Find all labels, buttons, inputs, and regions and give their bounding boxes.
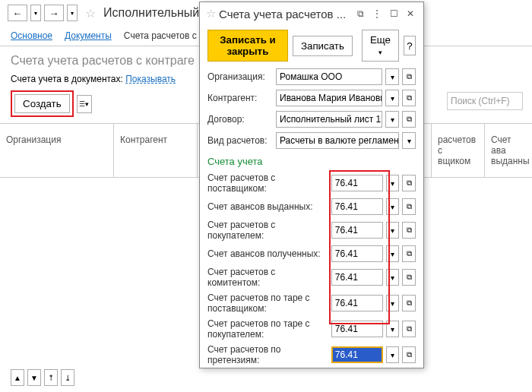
- section-accounts: Счета учета: [200, 151, 423, 170]
- account-row-dd[interactable]: ▾: [386, 295, 400, 311]
- dd-contractor[interactable]: ▾: [385, 90, 399, 106]
- account-row-open[interactable]: ⧉: [402, 269, 416, 286]
- account-row-value[interactable]: 76.41: [331, 295, 383, 311]
- highlight-create: Создать: [11, 90, 74, 117]
- account-row-dd[interactable]: ▾: [386, 245, 400, 262]
- account-row-label: Счет расчетов по претензиям:: [207, 344, 328, 365]
- account-row-open[interactable]: ⧉: [402, 321, 416, 337]
- account-row: Счет расчетов по таре с поставщиком:76.4…: [200, 290, 423, 316]
- grid-col-acc2: Счет ава выданны: [485, 124, 532, 177]
- dialog-star-icon[interactable]: ☆: [206, 7, 216, 21]
- account-row: Счет расчетов по претензиям:76.41▾⧉: [200, 342, 423, 368]
- account-row: Счет авансов полученных:76.41▾⧉: [200, 243, 423, 264]
- grid-scroll-bottom[interactable]: ⤓: [61, 369, 74, 386]
- dialog-max-icon[interactable]: ☐: [387, 7, 401, 21]
- save-button[interactable]: Записать: [293, 36, 353, 56]
- doc-accounts-label: Счета учета в документах:: [11, 74, 123, 84]
- account-row-open[interactable]: ⧉: [402, 346, 416, 363]
- dialog-link-icon[interactable]: ⧉: [353, 7, 367, 21]
- label-contract: Договор:: [207, 114, 273, 125]
- input-contractor[interactable]: Иванова Мария Ивановна: [276, 90, 382, 106]
- label-org: Организация:: [207, 71, 273, 82]
- account-row-value[interactable]: 76.41: [331, 346, 383, 363]
- account-row: Счет расчетов с покупателем:76.41▾⧉: [200, 217, 423, 243]
- grid-scroll-up[interactable]: ▲: [11, 369, 24, 386]
- account-row: Счет расчетов с комитентом:76.41▾⧉: [200, 264, 423, 290]
- search-input[interactable]: Поиск (Ctrl+F): [447, 92, 523, 110]
- tab-accounts[interactable]: Счета расчетов с: [124, 30, 197, 41]
- account-row-label: Счет авансов выданных:: [207, 201, 328, 212]
- grid-scroll-top[interactable]: ⤒: [44, 369, 58, 386]
- account-row: Счет расчетов по таре с покупателем:76.4…: [200, 316, 423, 342]
- account-row-label: Счет расчетов по таре с поставщиком:: [207, 292, 328, 314]
- account-row-label: Счет расчетов с поставщиком:: [207, 172, 328, 194]
- account-row-label: Счет расчетов с покупателем:: [207, 220, 328, 241]
- open-contract[interactable]: ⧉: [402, 111, 416, 128]
- account-row-value[interactable]: 76.41: [331, 269, 383, 286]
- account-row-dd[interactable]: ▾: [386, 175, 400, 191]
- doc-accounts-link[interactable]: Показывать: [125, 74, 176, 84]
- account-row-dd[interactable]: ▾: [386, 346, 400, 363]
- more-button[interactable]: Еще ▾: [362, 30, 399, 62]
- dialog-title: Счета учета расчетов ...: [219, 8, 350, 21]
- account-row-label: Счет расчетов с комитентом:: [207, 267, 328, 288]
- account-row-value[interactable]: 76.41: [331, 222, 383, 239]
- star-icon[interactable]: ☆: [85, 6, 96, 21]
- close-icon[interactable]: ✕: [404, 7, 417, 21]
- grid-col-contractor: Контрагент: [114, 124, 198, 177]
- grid-col-acc1: расчетов с вщиком: [432, 124, 485, 177]
- nav-back-button[interactable]: ←: [8, 5, 27, 21]
- dialog-menu-icon[interactable]: ⋮: [370, 7, 384, 21]
- account-row-dd[interactable]: ▾: [386, 222, 400, 239]
- account-row: Счет расчетов с поставщиком:76.41▾⧉: [200, 170, 423, 196]
- open-org[interactable]: ⧉: [402, 68, 416, 85]
- account-row: Счет авансов выданных:76.41▾⧉: [200, 196, 423, 217]
- dd-calctype[interactable]: ▾: [402, 132, 416, 149]
- grid-scroll-down[interactable]: ▼: [27, 369, 41, 386]
- nav-back-dropdown[interactable]: ▾: [30, 5, 41, 21]
- account-row-open[interactable]: ⧉: [402, 222, 416, 239]
- dd-org[interactable]: ▾: [385, 68, 399, 85]
- label-calctype: Вид расчетов:: [207, 135, 273, 146]
- dialog-accounts: ☆ Счета учета расчетов ... ⧉ ⋮ ☐ ✕ Запис…: [199, 2, 424, 368]
- account-row-value[interactable]: 76.41: [331, 245, 383, 262]
- account-row-value[interactable]: 76.41: [331, 175, 383, 191]
- account-row-dd[interactable]: ▾: [386, 269, 400, 286]
- account-row-open[interactable]: ⧉: [402, 198, 416, 215]
- tab-main[interactable]: Основное: [11, 30, 52, 41]
- label-contractor: Контрагент:: [207, 93, 273, 103]
- account-row-dd[interactable]: ▾: [386, 198, 400, 215]
- account-row-dd[interactable]: ▾: [386, 321, 400, 337]
- help-button[interactable]: ?: [404, 36, 416, 55]
- open-contractor[interactable]: ⧉: [402, 90, 416, 106]
- account-row-label: Счет расчетов по таре с покупателем:: [207, 318, 328, 340]
- account-row-value[interactable]: 76.41: [331, 198, 383, 215]
- tab-documents[interactable]: Документы: [65, 30, 112, 41]
- account-row-open[interactable]: ⧉: [402, 295, 416, 311]
- create-button[interactable]: Создать: [14, 94, 70, 113]
- dd-contract[interactable]: ▾: [385, 111, 399, 128]
- grid-col-org: Организация: [0, 124, 114, 177]
- input-contract[interactable]: Исполнительный лист 1 от 01.05.2022: [276, 111, 382, 128]
- nav-forward-button[interactable]: →: [44, 5, 64, 21]
- account-row-value[interactable]: 76.41: [331, 321, 383, 337]
- input-calctype[interactable]: Расчеты в валюте регламентированного у: [276, 132, 399, 149]
- nav-forward-dropdown[interactable]: ▾: [67, 5, 78, 21]
- create-menu-button[interactable]: ☰▾: [77, 95, 92, 113]
- account-row-open[interactable]: ⧉: [402, 175, 416, 191]
- input-org[interactable]: Ромашка ООО: [276, 68, 382, 85]
- save-close-button[interactable]: Записать и закрыть: [207, 30, 288, 62]
- account-row-label: Счет авансов полученных:: [207, 248, 328, 259]
- account-row-open[interactable]: ⧉: [402, 245, 416, 262]
